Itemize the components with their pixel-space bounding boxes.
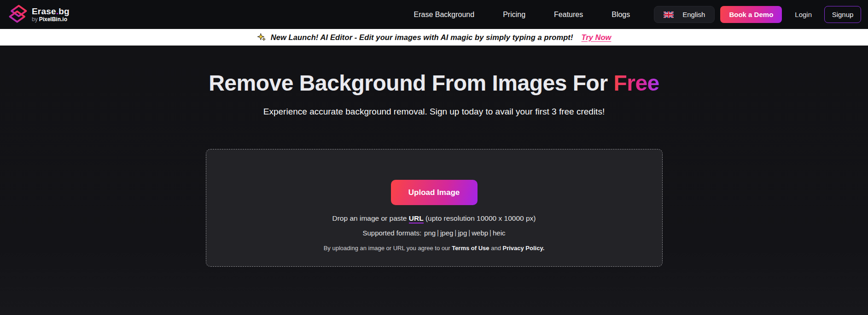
signup-button[interactable]: Signup — [824, 6, 861, 23]
announcement-bar: New Launch! AI Editor - Edit your images… — [0, 29, 868, 46]
upload-dropzone[interactable]: Upload Image Drop an image or paste URL … — [206, 149, 663, 267]
top-navbar: Erase.bg byPixelBin.io Erase Background … — [0, 0, 868, 29]
terms-of-use-link[interactable]: Terms of Use — [452, 245, 489, 252]
sparkles-icon — [257, 33, 266, 42]
brand-logo[interactable]: Erase.bg byPixelBin.io — [8, 4, 70, 25]
format-jpg: jpg — [458, 229, 467, 237]
privacy-policy-link[interactable]: Privacy Policy. — [502, 245, 544, 252]
drop-instruction: Drop an image or paste URL (upto resolut… — [206, 214, 662, 223]
language-label: English — [682, 11, 705, 18]
paste-url-link[interactable]: URL — [409, 214, 424, 223]
nav-link-features[interactable]: Features — [554, 11, 583, 19]
nav-links: Erase Background Pricing Features Blogs — [414, 11, 630, 19]
format-jpeg: jpeg — [440, 229, 453, 237]
hero-section: Remove Background From Images For Free E… — [0, 46, 868, 315]
uk-flag-icon — [664, 11, 674, 18]
upload-image-button[interactable]: Upload Image — [391, 180, 478, 205]
supported-formats: Supported formats:png|jpeg|jpg|webp|heic — [206, 229, 662, 237]
title-highlight: Free — [613, 71, 659, 95]
page-title: Remove Background From Images For Free — [0, 46, 868, 97]
nav-link-erase-background[interactable]: Erase Background — [414, 11, 475, 19]
announcement-text: New Launch! AI Editor - Edit your images… — [271, 33, 573, 42]
language-selector[interactable]: English — [654, 6, 715, 23]
brand-byline: byPixelBin.io — [32, 17, 70, 23]
erasebg-logo-icon — [8, 4, 28, 25]
format-png: png — [424, 229, 436, 237]
terms-note: By uploading an image or URL you agree t… — [206, 245, 662, 252]
format-webp: webp — [472, 229, 488, 237]
hero-subtitle: Experience accurate background removal. … — [0, 107, 868, 117]
brand-text: Erase.bg byPixelBin.io — [32, 6, 70, 23]
nav-link-blogs[interactable]: Blogs — [612, 11, 630, 19]
nav-link-pricing[interactable]: Pricing — [503, 11, 525, 19]
brand-title: Erase.bg — [32, 6, 70, 16]
format-heic: heic — [493, 229, 506, 237]
login-link[interactable]: Login — [795, 11, 812, 18]
try-now-link[interactable]: Try Now — [582, 33, 612, 42]
book-demo-button[interactable]: Book a Demo — [720, 6, 782, 23]
